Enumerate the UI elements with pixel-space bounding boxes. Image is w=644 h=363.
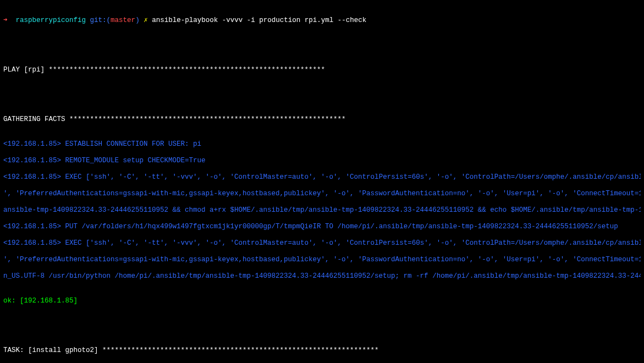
verbose-line: n_US.UTF-8 /usr/bin/python /home/pi/.ans…: [3, 272, 641, 280]
play-stars: ****************************************…: [49, 66, 326, 74]
msg: ESTABLISH CONNECTION FOR USER: pi: [61, 140, 201, 148]
msg: n_US.UTF-8 /usr/bin/python /home/pi/.ans…: [3, 272, 641, 280]
blank-line: [3, 41, 641, 50]
msg: REMOTE_MODULE setup CHECKMODE=True: [61, 157, 206, 164]
verbose-line: <192.168.1.85> EXEC ['ssh', '-C', '-tt',…: [3, 173, 641, 182]
gather-stars: ****************************************…: [69, 116, 346, 123]
ip-label: <192.168.1.85>: [3, 239, 61, 247]
verbose-line: ', 'PreferredAuthentications=gssapi-with…: [3, 256, 641, 264]
task-label: TASK: [install gphoto2]: [3, 346, 102, 354]
command-text: ansible-playbook -vvvv -i production rpi…: [152, 16, 366, 24]
blank-line: [3, 91, 641, 99]
gathering-header: GATHERING FACTS ************************…: [3, 116, 641, 124]
play-header: PLAY [rpi] *****************************…: [3, 66, 641, 74]
task-stars: ****************************************…: [102, 346, 379, 354]
ok-ip: [192.168.1.85]: [20, 297, 78, 305]
msg: EXEC ['ssh', '-C', '-tt', '-vvv', '-o', …: [61, 239, 641, 247]
ok-line: ok: [192.168.1.85]: [3, 297, 641, 305]
msg: ', 'PreferredAuthentications=gssapi-with…: [3, 190, 641, 197]
ok-label: ok:: [3, 297, 20, 305]
play-label: PLAY [rpi]: [3, 66, 49, 74]
ip-label: <192.168.1.85>: [3, 223, 61, 230]
verbose-line: <192.168.1.85> ESTABLISH CONNECTION FOR …: [3, 140, 641, 148]
ip-label: <192.168.1.85>: [3, 157, 61, 164]
msg: ansible-tmp-1409822324.33-24446255110952…: [3, 206, 641, 214]
prompt-cwd: raspberrypiconfig: [16, 16, 86, 24]
msg: ', 'PreferredAuthentications=gssapi-with…: [3, 256, 641, 263]
gather-label: GATHERING FACTS: [3, 116, 69, 123]
verbose-line: <192.168.1.85> REMOTE_MODULE setup CHECK…: [3, 157, 641, 165]
prompt-git-post: ): [135, 16, 140, 24]
verbose-line: ansible-tmp-1409822324.33-24446255110952…: [3, 206, 641, 215]
prompt-branch: master: [111, 16, 135, 24]
blank-line: [3, 322, 641, 330]
terminal[interactable]: ➜ raspberrypiconfig git:(master) ✗ ansib…: [0, 0, 644, 363]
prompt-line: ➜ raspberrypiconfig git:(master) ✗ ansib…: [3, 16, 641, 25]
verbose-line: ', 'PreferredAuthentications=gssapi-with…: [3, 190, 641, 198]
msg: PUT /var/folders/h1/hqx499w1497fgtxcm1jk…: [61, 223, 618, 230]
msg: EXEC ['ssh', '-C', '-tt', '-vvv', '-o', …: [61, 173, 641, 181]
prompt-arrow-icon: ➜: [3, 16, 8, 24]
cross-icon: ✗: [144, 16, 148, 24]
task-header: TASK: [install gphoto2] ****************…: [3, 346, 641, 355]
ip-label: <192.168.1.85>: [3, 173, 61, 181]
prompt-git-pre: git:(: [90, 16, 111, 24]
ip-label: <192.168.1.85>: [3, 140, 61, 148]
verbose-line: <192.168.1.85> EXEC ['ssh', '-C', '-tt',…: [3, 239, 641, 248]
verbose-line: <192.168.1.85> PUT /var/folders/h1/hqx49…: [3, 223, 641, 231]
